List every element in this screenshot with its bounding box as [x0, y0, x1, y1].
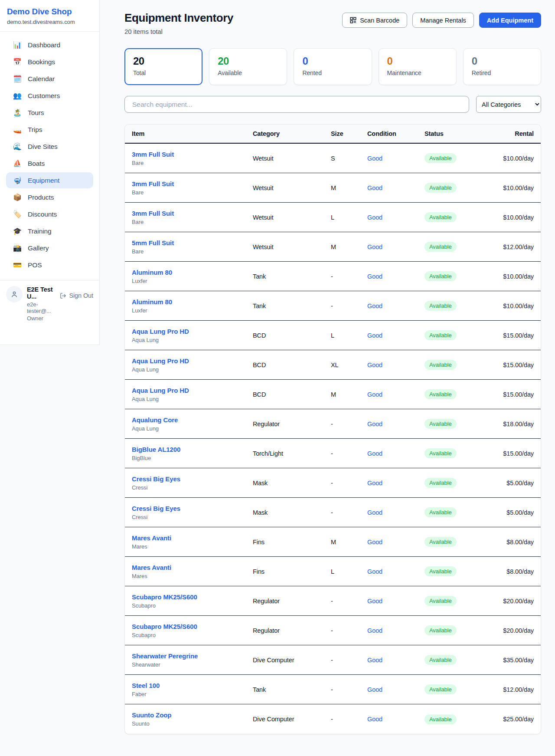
- sidebar-item-equipment[interactable]: 🤿 Equipment: [6, 172, 93, 188]
- stat-card-total[interactable]: 20 Total: [124, 48, 202, 85]
- item-name-link[interactable]: Aqua Lung Pro HD: [132, 387, 253, 394]
- item-name-link[interactable]: Cressi Big Eyes: [132, 475, 253, 483]
- sidebar-item-trips[interactable]: 🚤 Trips: [6, 122, 93, 138]
- item-condition-link[interactable]: Good: [367, 568, 424, 575]
- item-condition-link[interactable]: Good: [367, 332, 424, 339]
- item-cell: Mares Avanti Mares: [132, 534, 253, 550]
- sidebar-item-pos[interactable]: 💳 POS: [6, 257, 93, 273]
- status-badge: Available: [424, 389, 457, 399]
- column-header-size: Size: [331, 130, 367, 137]
- item-category: Fins: [253, 539, 331, 546]
- item-name-link[interactable]: Suunto Zoop: [132, 711, 253, 719]
- item-size: M: [331, 243, 367, 250]
- item-condition-link[interactable]: Good: [367, 627, 424, 634]
- item-status-cell: Available: [424, 271, 485, 281]
- item-size: L: [331, 214, 367, 221]
- item-brand: Faber: [132, 691, 253, 697]
- item-name-link[interactable]: 5mm Full Suit: [132, 239, 253, 247]
- item-cell: BigBlue AL1200 BigBlue: [132, 446, 253, 461]
- item-condition-link[interactable]: Good: [367, 243, 424, 250]
- item-condition-link[interactable]: Good: [367, 598, 424, 605]
- item-condition-link[interactable]: Good: [367, 657, 424, 664]
- scan-barcode-button[interactable]: Scan Barcode: [342, 13, 407, 28]
- item-name-link[interactable]: Aluminum 80: [132, 269, 253, 276]
- status-badge: Available: [424, 684, 457, 694]
- sidebar-item-gallery[interactable]: 📸 Gallery: [6, 240, 93, 256]
- sidebar-item-customers[interactable]: 👥 Customers: [6, 88, 93, 104]
- stat-card-rented[interactable]: 0 Rented: [294, 48, 372, 85]
- item-condition-link[interactable]: Good: [367, 539, 424, 546]
- column-header-condition: Condition: [367, 130, 424, 137]
- item-rental-rate: $35.00/day: [485, 657, 534, 664]
- item-condition-link[interactable]: Good: [367, 302, 424, 309]
- item-name-link[interactable]: 3mm Full Suit: [132, 151, 253, 158]
- manage-rentals-button[interactable]: Manage Rentals: [412, 13, 474, 28]
- sidebar-item-boats[interactable]: ⛵ Boats: [6, 155, 93, 171]
- status-badge: Available: [424, 183, 457, 193]
- item-condition-link[interactable]: Good: [367, 273, 424, 280]
- sidebar-item-products[interactable]: 📦 Products: [6, 189, 93, 205]
- item-name-link[interactable]: Aqua Lung Pro HD: [132, 328, 253, 335]
- item-name-link[interactable]: Mares Avanti: [132, 534, 253, 542]
- sign-out-button[interactable]: Sign Out: [60, 292, 93, 299]
- item-name-link[interactable]: Scubapro MK25/S600: [132, 623, 253, 630]
- stat-label: Total: [133, 69, 194, 76]
- item-name-link[interactable]: Scubapro MK25/S600: [132, 593, 253, 601]
- training-icon: 🎓: [13, 227, 22, 235]
- stat-card-maintenance[interactable]: 0 Maintenance: [379, 48, 457, 85]
- item-name-link[interactable]: Cressi Big Eyes: [132, 505, 253, 512]
- table-row: Cressi Big Eyes Cressi Mask - Good Avail…: [125, 468, 541, 498]
- sidebar-item-calendar[interactable]: 🗓️ Calendar: [6, 71, 93, 87]
- item-name-link[interactable]: Mares Avanti: [132, 564, 253, 571]
- sidebar-item-training[interactable]: 🎓 Training: [6, 223, 93, 239]
- sidebar-item-dive-sites[interactable]: 🌊 Dive Sites: [6, 138, 93, 154]
- item-name-link[interactable]: BigBlue AL1200: [132, 446, 253, 453]
- item-rental-rate: $10.00/day: [485, 155, 534, 162]
- category-select[interactable]: All Categories: [476, 96, 541, 113]
- status-badge: Available: [424, 242, 457, 252]
- add-equipment-button[interactable]: Add Equipment: [479, 13, 541, 28]
- sidebar-nav: 📊 Dashboard 📅 Bookings 🗓️ Calendar 👥 Cus…: [0, 32, 99, 276]
- item-name-link[interactable]: Aqua Lung Pro HD: [132, 357, 253, 365]
- dashboard-icon: 📊: [13, 41, 22, 49]
- item-condition-link[interactable]: Good: [367, 362, 424, 368]
- item-name-link[interactable]: Aqualung Core: [132, 416, 253, 424]
- item-name-link[interactable]: Shearwater Peregrine: [132, 652, 253, 660]
- item-condition-link[interactable]: Good: [367, 214, 424, 221]
- item-rental-rate: $15.00/day: [485, 391, 534, 398]
- item-name-link[interactable]: Aluminum 80: [132, 298, 253, 306]
- item-category: Wetsuit: [253, 243, 331, 250]
- item-condition-link[interactable]: Good: [367, 480, 424, 486]
- item-cell: Suunto Zoop Suunto: [132, 711, 253, 727]
- table-row: BigBlue AL1200 BigBlue Torch/Light - Goo…: [125, 439, 541, 468]
- sidebar-item-tours[interactable]: 🏝️ Tours: [6, 105, 93, 121]
- sidebar-item-dashboard[interactable]: 📊 Dashboard: [6, 37, 93, 53]
- item-condition-link[interactable]: Good: [367, 391, 424, 398]
- item-condition-link[interactable]: Good: [367, 155, 424, 162]
- sidebar-item-discounts[interactable]: 🏷️ Discounts: [6, 206, 93, 222]
- item-rental-rate: $12.00/day: [485, 686, 534, 693]
- brand-name[interactable]: Demo Dive Shop: [7, 7, 92, 16]
- item-rental-rate: $12.00/day: [485, 243, 534, 250]
- item-category: Wetsuit: [253, 184, 331, 191]
- stat-card-retired[interactable]: 0 Retired: [463, 48, 541, 85]
- item-name-link[interactable]: 3mm Full Suit: [132, 180, 253, 187]
- page-header-text: Equipment Inventory 20 items total: [124, 11, 233, 35]
- item-condition-link[interactable]: Good: [367, 184, 424, 191]
- sidebar-item-bookings[interactable]: 📅 Bookings: [6, 54, 93, 70]
- search-input[interactable]: [124, 96, 469, 113]
- stat-card-available[interactable]: 20 Available: [209, 48, 287, 85]
- item-condition-link[interactable]: Good: [367, 450, 424, 457]
- item-brand: Aqua Lung: [132, 425, 253, 432]
- item-cell: 3mm Full Suit Bare: [132, 210, 253, 225]
- item-condition-link[interactable]: Good: [367, 509, 424, 516]
- item-category: Tank: [253, 273, 331, 280]
- item-condition-link[interactable]: Good: [367, 716, 424, 723]
- table-row: Mares Avanti Mares Fins L Good Available…: [125, 557, 541, 586]
- brand-domain: demo.test.divestreams.com: [7, 19, 92, 25]
- item-size: M: [331, 539, 367, 546]
- item-condition-link[interactable]: Good: [367, 421, 424, 427]
- item-name-link[interactable]: 3mm Full Suit: [132, 210, 253, 217]
- item-condition-link[interactable]: Good: [367, 686, 424, 693]
- item-name-link[interactable]: Steel 100: [132, 682, 253, 689]
